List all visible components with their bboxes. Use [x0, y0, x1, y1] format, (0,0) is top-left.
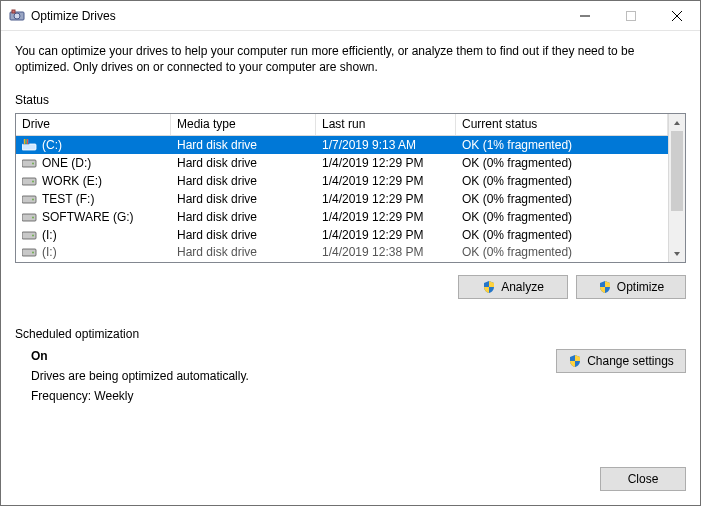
drive-name: WORK (E:): [42, 174, 102, 188]
col-drive[interactable]: Drive: [16, 114, 171, 135]
maximize-button[interactable]: [608, 1, 654, 31]
table-row[interactable]: WORK (E:)Hard disk drive1/4/2019 12:29 P…: [16, 172, 668, 190]
scroll-down-button[interactable]: [669, 245, 685, 262]
col-media[interactable]: Media type: [171, 114, 316, 135]
window-title: Optimize Drives: [31, 9, 562, 23]
drive-status: OK (0% fragmented): [456, 228, 668, 242]
drive-last-run: 1/4/2019 12:29 PM: [316, 210, 456, 224]
drive-media: Hard disk drive: [171, 210, 316, 224]
svg-point-15: [32, 181, 34, 183]
titlebar: Optimize Drives: [1, 1, 700, 31]
close-button[interactable]: Close: [600, 467, 686, 491]
drive-media: Hard disk drive: [171, 228, 316, 242]
svg-rect-11: [27, 139, 28, 144]
scroll-track[interactable]: [669, 131, 685, 245]
svg-marker-25: [674, 252, 680, 256]
scroll-up-button[interactable]: [669, 114, 685, 131]
drive-status: OK (0% fragmented): [456, 245, 668, 259]
table-row[interactable]: SOFTWARE (G:)Hard disk drive1/4/2019 12:…: [16, 208, 668, 226]
drives-table: Drive Media type Last run Current status…: [15, 113, 686, 263]
scrollbar[interactable]: [668, 114, 685, 262]
drive-status: OK (0% fragmented): [456, 210, 668, 224]
col-last[interactable]: Last run: [316, 114, 456, 135]
svg-rect-2: [12, 10, 15, 13]
drive-status: OK (0% fragmented): [456, 156, 668, 170]
svg-point-1: [14, 13, 20, 19]
window-close-button[interactable]: [654, 1, 700, 31]
action-buttons: Analyze Optimize: [15, 275, 686, 299]
drive-status: OK (1% fragmented): [456, 138, 668, 152]
drive-name: ONE (D:): [42, 156, 91, 170]
drive-icon: [22, 211, 38, 223]
minimize-button[interactable]: [562, 1, 608, 31]
svg-rect-9: [24, 139, 25, 144]
drive-name: (I:): [42, 228, 57, 242]
change-settings-button[interactable]: Change settings: [556, 349, 686, 373]
drive-status: OK (0% fragmented): [456, 192, 668, 206]
analyze-button[interactable]: Analyze: [458, 275, 568, 299]
intro-text: You can optimize your drives to help you…: [15, 43, 686, 75]
shield-icon: [568, 354, 582, 368]
drive-icon: [22, 229, 38, 241]
analyze-label: Analyze: [501, 280, 544, 294]
svg-rect-4: [627, 11, 636, 20]
table-row[interactable]: ONE (D:)Hard disk drive1/4/2019 12:29 PM…: [16, 154, 668, 172]
drive-last-run: 1/4/2019 12:29 PM: [316, 156, 456, 170]
drive-name: TEST (F:): [42, 192, 94, 206]
drive-status: OK (0% fragmented): [456, 174, 668, 188]
optimize-label: Optimize: [617, 280, 664, 294]
table-row[interactable]: (I:)Hard disk drive1/4/2019 12:38 PMOK (…: [16, 244, 668, 260]
scheduled-section: Scheduled optimization On Drives are bei…: [15, 327, 686, 409]
drive-last-run: 1/4/2019 12:29 PM: [316, 192, 456, 206]
table-row[interactable]: TEST (F:)Hard disk drive1/4/2019 12:29 P…: [16, 190, 668, 208]
drive-icon: [22, 139, 38, 151]
scroll-thumb[interactable]: [671, 131, 683, 211]
svg-point-13: [32, 163, 34, 165]
drive-icon: [22, 157, 38, 169]
change-settings-label: Change settings: [587, 354, 674, 368]
close-label: Close: [628, 472, 659, 486]
svg-rect-7: [22, 144, 36, 150]
scheduled-label: Scheduled optimization: [15, 327, 686, 341]
footer: Close: [1, 457, 700, 505]
status-label: Status: [15, 93, 686, 107]
app-icon: [9, 8, 25, 24]
drive-media: Hard disk drive: [171, 245, 316, 259]
drive-media: Hard disk drive: [171, 174, 316, 188]
svg-marker-24: [674, 121, 680, 125]
svg-point-17: [32, 199, 34, 201]
drive-last-run: 1/7/2019 9:13 AM: [316, 138, 456, 152]
optimize-button[interactable]: Optimize: [576, 275, 686, 299]
scheduled-freq: Frequency: Weekly: [31, 389, 556, 403]
svg-point-19: [32, 217, 34, 219]
drive-media: Hard disk drive: [171, 138, 316, 152]
drive-icon: [22, 175, 38, 187]
scheduled-info: On Drives are being optimized automatica…: [15, 349, 556, 409]
drive-media: Hard disk drive: [171, 156, 316, 170]
scheduled-state: On: [31, 349, 556, 363]
svg-point-21: [32, 235, 34, 237]
content-area: You can optimize your drives to help you…: [1, 31, 700, 457]
drive-name: (I:): [42, 245, 57, 259]
scheduled-desc: Drives are being optimized automatically…: [31, 369, 556, 383]
table-row[interactable]: (C:)Hard disk drive1/7/2019 9:13 AMOK (1…: [16, 136, 668, 154]
shield-icon: [598, 280, 612, 294]
drive-media: Hard disk drive: [171, 192, 316, 206]
table-body: (C:)Hard disk drive1/7/2019 9:13 AMOK (1…: [16, 136, 668, 262]
drive-last-run: 1/4/2019 12:29 PM: [316, 174, 456, 188]
drive-name: SOFTWARE (G:): [42, 210, 134, 224]
drive-last-run: 1/4/2019 12:38 PM: [316, 245, 456, 259]
drive-last-run: 1/4/2019 12:29 PM: [316, 228, 456, 242]
drive-icon: [22, 193, 38, 205]
svg-rect-10: [26, 139, 27, 144]
table-row[interactable]: (I:)Hard disk drive1/4/2019 12:29 PMOK (…: [16, 226, 668, 244]
drive-icon: [22, 246, 38, 258]
table-header: Drive Media type Last run Current status: [16, 114, 668, 136]
drive-name: (C:): [42, 138, 62, 152]
col-status[interactable]: Current status: [456, 114, 668, 135]
shield-icon: [482, 280, 496, 294]
svg-point-23: [32, 252, 34, 254]
